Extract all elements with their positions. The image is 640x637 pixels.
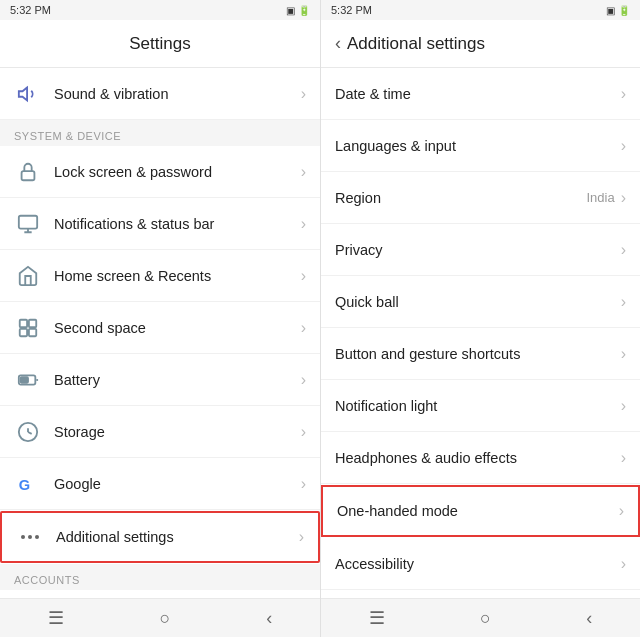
settings-item-privacy[interactable]: Privacy ›: [321, 224, 640, 276]
settings-item-lock[interactable]: Lock screen & password ›: [0, 146, 320, 198]
right-nav-menu[interactable]: ☰: [369, 607, 385, 629]
settings-item-onehanded[interactable]: One-handed mode ›: [321, 485, 640, 537]
settings-item-secondspace[interactable]: Second space ›: [0, 302, 320, 354]
sound-icon: [14, 80, 42, 108]
settings-item-additional[interactable]: Additional settings ›: [0, 511, 320, 563]
settings-item-battery[interactable]: Battery ›: [0, 354, 320, 406]
settings-item-datetime[interactable]: Date & time ›: [321, 68, 640, 120]
left-nav-menu[interactable]: ☰: [48, 607, 64, 629]
button-label: Button and gesture shortcuts: [335, 346, 621, 362]
additional-label: Additional settings: [56, 529, 299, 545]
left-status-bar: 5:32 PM ▣ 🔋: [0, 0, 320, 20]
notif-label: Notifications & status bar: [54, 216, 301, 232]
svg-rect-0: [22, 171, 35, 180]
quickball-label: Quick ball: [335, 294, 621, 310]
back-button[interactable]: ‹: [335, 33, 341, 54]
left-panel: 5:32 PM ▣ 🔋 Settings Sound & vibration ›…: [0, 0, 320, 637]
languages-chevron: ›: [621, 137, 626, 155]
notif-chevron: ›: [301, 215, 306, 233]
settings-item-quickball[interactable]: Quick ball ›: [321, 276, 640, 328]
button-chevron: ›: [621, 345, 626, 363]
google-chevron: ›: [301, 475, 306, 493]
right-panel: 5:32 PM ▣ 🔋 ‹ Additional settings Date &…: [320, 0, 640, 637]
notiflight-label: Notification light: [335, 398, 621, 414]
google-icon: G: [14, 470, 42, 498]
right-scroll: Date & time › Languages & input › Region…: [321, 68, 640, 598]
right-status-icons: ▣ 🔋: [606, 5, 630, 16]
lock-icon: [14, 158, 42, 186]
left-title: Settings: [14, 34, 306, 54]
settings-item-notifications[interactable]: Notifications & status bar ›: [0, 198, 320, 250]
region-chevron: ›: [621, 189, 626, 207]
lock-label: Lock screen & password: [54, 164, 301, 180]
additional-icon: [16, 523, 44, 551]
settings-item-button[interactable]: Button and gesture shortcuts ›: [321, 328, 640, 380]
headphones-chevron: ›: [621, 449, 626, 467]
section-accounts: ACCOUNTS: [0, 564, 320, 590]
headphones-label: Headphones & audio effects: [335, 450, 621, 466]
left-status-icons: ▣ 🔋: [286, 5, 310, 16]
settings-item-homescreen[interactable]: Home screen & Recents ›: [0, 250, 320, 302]
notiflight-chevron: ›: [621, 397, 626, 415]
settings-item-sound[interactable]: Sound & vibration ›: [0, 68, 320, 120]
region-label: Region: [335, 190, 586, 206]
space-chevron: ›: [301, 319, 306, 337]
svg-rect-4: [20, 328, 27, 335]
right-nav-bar: ☰ ○ ‹: [321, 598, 640, 637]
home-label: Home screen & Recents: [54, 268, 301, 284]
left-header: Settings: [0, 20, 320, 68]
left-time: 5:32 PM: [10, 4, 51, 16]
accessibility-chevron: ›: [621, 555, 626, 573]
sound-chevron: ›: [301, 85, 306, 103]
left-scroll: Sound & vibration › SYSTEM & DEVICE Lock…: [0, 68, 320, 598]
settings-item-storage[interactable]: Storage ›: [0, 406, 320, 458]
space-icon: [14, 314, 42, 342]
battery-label: Battery: [54, 372, 301, 388]
battery-icon: [14, 366, 42, 394]
right-header: ‹ Additional settings: [321, 20, 640, 68]
svg-rect-5: [29, 328, 36, 335]
notif-icon: [14, 210, 42, 238]
settings-item-region[interactable]: Region India ›: [321, 172, 640, 224]
google-label: Google: [54, 476, 301, 492]
space-label: Second space: [54, 320, 301, 336]
datetime-chevron: ›: [621, 85, 626, 103]
privacy-chevron: ›: [621, 241, 626, 259]
quickball-chevron: ›: [621, 293, 626, 311]
right-time: 5:32 PM: [331, 4, 372, 16]
left-nav-back[interactable]: ‹: [266, 608, 272, 629]
storage-label: Storage: [54, 424, 301, 440]
right-status-bar: 5:32 PM ▣ 🔋: [321, 0, 640, 20]
sound-label: Sound & vibration: [54, 86, 301, 102]
additional-chevron: ›: [299, 528, 304, 546]
settings-item-miaccount[interactable]: Mi Mi Account ›: [0, 590, 320, 598]
svg-rect-7: [21, 377, 28, 383]
storage-icon: [14, 418, 42, 446]
settings-item-notiflight[interactable]: Notification light ›: [321, 380, 640, 432]
settings-item-accessibility[interactable]: Accessibility ›: [321, 538, 640, 590]
datetime-label: Date & time: [335, 86, 621, 102]
right-nav-home[interactable]: ○: [480, 608, 491, 629]
onehanded-label: One-handed mode: [337, 503, 619, 519]
storage-chevron: ›: [301, 423, 306, 441]
left-nav-home[interactable]: ○: [160, 608, 171, 629]
svg-rect-2: [20, 319, 27, 326]
region-value: India: [586, 190, 614, 205]
lock-chevron: ›: [301, 163, 306, 181]
languages-label: Languages & input: [335, 138, 621, 154]
svg-rect-1: [19, 215, 37, 228]
settings-item-developer[interactable]: Developer options ›: [321, 590, 640, 598]
battery-chevron: ›: [301, 371, 306, 389]
left-nav-bar: ☰ ○ ‹: [0, 598, 320, 637]
home-icon: [14, 262, 42, 290]
accessibility-label: Accessibility: [335, 556, 621, 572]
right-title: Additional settings: [347, 34, 485, 54]
settings-item-google[interactable]: G Google ›: [0, 458, 320, 510]
settings-item-languages[interactable]: Languages & input ›: [321, 120, 640, 172]
svg-rect-3: [29, 319, 36, 326]
settings-item-headphones[interactable]: Headphones & audio effects ›: [321, 432, 640, 484]
onehanded-chevron: ›: [619, 502, 624, 520]
right-nav-back[interactable]: ‹: [586, 608, 592, 629]
svg-text:G: G: [19, 476, 30, 492]
home-chevron: ›: [301, 267, 306, 285]
